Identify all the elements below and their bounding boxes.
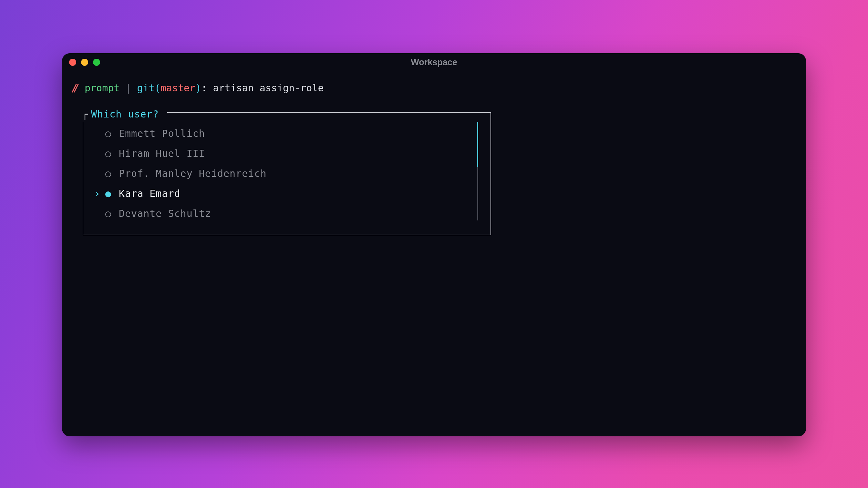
prompt-segment: prompt bbox=[85, 80, 120, 96]
select-option[interactable]: ○Prof. Manley Heidenreich bbox=[83, 164, 491, 184]
radio-empty-icon: ○ bbox=[105, 206, 113, 221]
svg-line-0 bbox=[72, 84, 76, 92]
git-label: git bbox=[137, 80, 155, 96]
prompt-colon: : bbox=[201, 80, 213, 96]
radio-empty-icon: ○ bbox=[105, 146, 113, 161]
minimize-button[interactable] bbox=[81, 59, 88, 66]
prompt-line: prompt | git ( master ) : artisan assign… bbox=[69, 80, 799, 96]
terminal-window: Workspace prompt | git ( master ) : arti… bbox=[62, 53, 806, 436]
select-option[interactable]: ○Devante Schultz bbox=[83, 204, 491, 224]
box-corner-glyph: ┌ bbox=[82, 106, 88, 122]
paren-open: ( bbox=[155, 80, 160, 96]
radio-empty-icon: ○ bbox=[105, 126, 113, 141]
command-text: artisan assign-role bbox=[213, 80, 323, 96]
paren-close: ) bbox=[195, 80, 201, 96]
prompt-icon bbox=[69, 83, 80, 93]
traffic-lights bbox=[69, 59, 100, 66]
select-legend: ┌ Which user? bbox=[78, 106, 167, 122]
scrollbar-track[interactable] bbox=[477, 122, 478, 221]
select-prompt-box: ┌ Which user? ○Emmett Pollich ○Hiram Hue… bbox=[83, 112, 491, 235]
radio-filled-icon: ● bbox=[105, 186, 113, 201]
scrollbar-thumb[interactable] bbox=[477, 122, 478, 167]
select-option[interactable]: ○Emmett Pollich bbox=[83, 124, 491, 143]
option-label: Hiram Huel III bbox=[119, 146, 205, 161]
git-branch: master bbox=[160, 80, 195, 96]
pointer-icon bbox=[94, 206, 105, 221]
option-label: Emmett Pollich bbox=[119, 126, 205, 141]
select-question: Which user? bbox=[91, 106, 159, 122]
option-label: Kara Emard bbox=[119, 186, 181, 201]
option-label: Devante Schultz bbox=[119, 206, 211, 221]
select-option[interactable]: ›●Kara Emard bbox=[83, 184, 491, 204]
select-options: ○Emmett Pollich ○Hiram Huel III ○Prof. M… bbox=[83, 122, 491, 225]
window-title: Workspace bbox=[411, 58, 457, 67]
titlebar[interactable]: Workspace bbox=[62, 53, 806, 71]
close-button[interactable] bbox=[69, 59, 76, 66]
maximize-button[interactable] bbox=[93, 59, 100, 66]
svg-line-1 bbox=[74, 84, 78, 92]
radio-empty-icon: ○ bbox=[105, 166, 113, 182]
pointer-icon: › bbox=[94, 186, 105, 201]
pointer-icon bbox=[94, 126, 105, 141]
option-label: Prof. Manley Heidenreich bbox=[119, 166, 267, 182]
prompt-separator: | bbox=[120, 80, 137, 96]
select-option[interactable]: ○Hiram Huel III bbox=[83, 143, 491, 164]
pointer-icon bbox=[94, 166, 105, 182]
pointer-icon bbox=[94, 146, 105, 161]
terminal-body[interactable]: prompt | git ( master ) : artisan assign… bbox=[62, 71, 806, 244]
